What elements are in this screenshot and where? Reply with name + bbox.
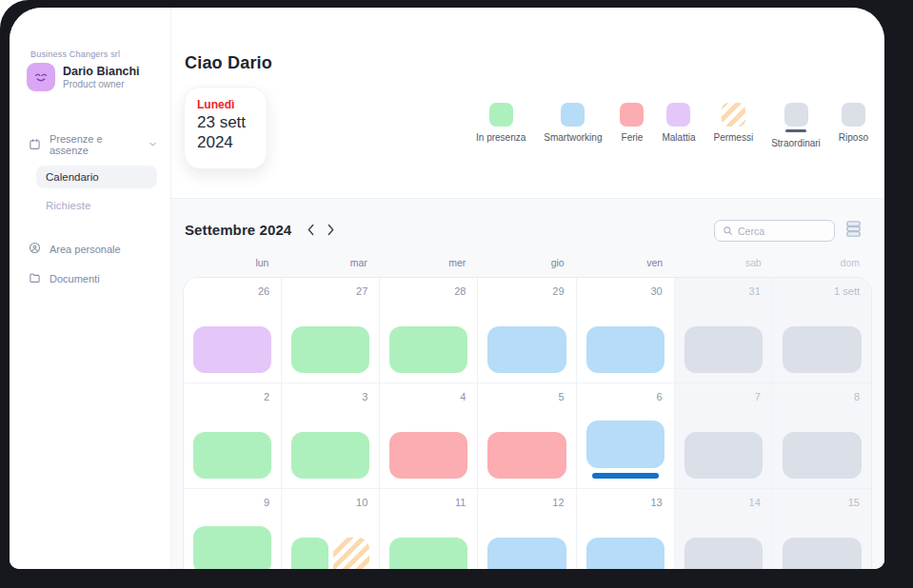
calendar-day-cell[interactable]: 5	[478, 383, 576, 489]
next-month-button[interactable]	[324, 223, 337, 238]
day-number: 26	[258, 285, 269, 297]
event-block-permessi[interactable]	[333, 538, 370, 569]
calendar-day-cell[interactable]: 26	[184, 278, 282, 383]
today-card: Lunedì 23 sett 2024	[184, 87, 268, 169]
user-role: Product owner	[63, 79, 140, 89]
calendar-day-cell[interactable]: 10	[282, 489, 380, 569]
day-number: 1 sett	[834, 285, 860, 297]
event-block-riposo[interactable]	[783, 538, 862, 569]
calendar-day-cell[interactable]: 27	[282, 278, 380, 383]
event-slot	[685, 538, 763, 569]
legend-item-riposo: Riposo	[839, 103, 868, 143]
calendar-day-cell[interactable]: 8	[773, 383, 871, 489]
event-block-presenza[interactable]	[389, 326, 467, 373]
calendar-day-cell[interactable]: 2	[184, 383, 282, 489]
calendar-day-cell[interactable]: 7	[675, 383, 773, 489]
event-block-presenza[interactable]	[389, 538, 467, 569]
event-block-smartworking[interactable]	[586, 326, 665, 373]
calendar-day-cell[interactable]: 15	[773, 489, 871, 569]
avatar	[27, 63, 55, 91]
legend-label: Permessi	[713, 132, 753, 143]
user-profile[interactable]: Dario Bianchi Product owner	[27, 63, 140, 91]
month-label: Settembre 2024	[185, 222, 291, 238]
calendar-day-cell[interactable]: 14	[675, 489, 773, 569]
event-block-ferie[interactable]	[389, 432, 467, 479]
calendar-day-cell[interactable]: 6	[577, 383, 675, 489]
presenza-chip	[489, 103, 513, 127]
legend: In presenzaSmartworkingFerieMalattiaPerm…	[476, 103, 868, 148]
split-events	[291, 538, 369, 569]
event-slot	[783, 538, 862, 569]
event-block-riposo[interactable]	[685, 432, 763, 479]
day-number: 11	[455, 497, 466, 508]
search-input[interactable]	[738, 225, 826, 237]
event-block-ferie[interactable]	[487, 432, 566, 479]
event-block-smartworking[interactable]	[487, 326, 566, 373]
event-slot	[193, 432, 271, 479]
event-slot	[685, 326, 763, 373]
event-block-smartworking[interactable]	[586, 421, 665, 468]
search-box[interactable]	[714, 220, 835, 242]
calendar-day-cell[interactable]: 31	[675, 278, 773, 383]
calendar-grid: 2627282930311 sett23456789101112131415	[183, 277, 872, 569]
legend-item-permessi: Permessi	[713, 103, 753, 143]
event-block-presenza[interactable]	[291, 538, 328, 569]
day-number: 14	[749, 497, 761, 508]
today-year: 2024	[197, 133, 254, 153]
sidebar-item-presenze-e-assenze[interactable]: Presenze e assenze	[10, 126, 170, 164]
event-block-riposo[interactable]	[783, 326, 862, 373]
calendar-day-cell[interactable]: 9	[184, 489, 282, 569]
day-number: 29	[552, 285, 564, 297]
riposo-chip	[842, 103, 865, 127]
sidebar-item-area-personale[interactable]: Area personale	[10, 234, 170, 264]
calendar-day-cell[interactable]: 11	[380, 489, 478, 569]
prev-month-button[interactable]	[304, 223, 317, 238]
calendar-day-cell[interactable]: 30	[577, 278, 675, 383]
event-slot	[193, 326, 271, 373]
calendar-day-cell[interactable]: 12	[478, 489, 576, 569]
calendar-day-cell[interactable]: 1 sett	[773, 278, 871, 383]
page-header: Ciao Dario Lunedì 23 sett 2024 In presen…	[171, 8, 884, 198]
event-slot	[487, 432, 566, 479]
event-block-smartworking[interactable]	[487, 538, 566, 569]
app-window: Business Changers srl Dario Bianchi Prod…	[10, 8, 884, 569]
greeting: Ciao Dario	[185, 53, 272, 73]
legend-label: Ferie	[622, 132, 644, 143]
ferie-chip	[620, 103, 644, 127]
event-block-presenza[interactable]	[193, 432, 271, 479]
sidebar-item-richieste[interactable]: Richieste	[36, 194, 157, 217]
calendar-day-cell[interactable]: 3	[282, 383, 380, 489]
calendar-day-cell[interactable]: 28	[380, 278, 478, 383]
event-block-riposo[interactable]	[685, 538, 763, 569]
sidebar-item-calendario[interactable]: Calendario	[36, 166, 157, 188]
day-number: 10	[356, 497, 367, 508]
calendar-icon	[29, 138, 41, 152]
weekday-header-dom: dom	[774, 257, 872, 268]
event-block-riposo[interactable]	[685, 326, 763, 373]
event-block-malattia[interactable]	[193, 326, 271, 373]
weekday-header-gio: gio	[478, 257, 576, 268]
event-slot	[291, 326, 369, 373]
calendar-day-cell[interactable]: 29	[478, 278, 576, 383]
malattia-chip	[666, 103, 690, 127]
day-number: 5	[558, 391, 564, 402]
day-number: 15	[848, 497, 860, 508]
day-number: 7	[755, 391, 761, 402]
calendar-day-cell[interactable]: 4	[380, 383, 478, 489]
event-slot	[389, 326, 467, 373]
weekday-header-sab: sab	[675, 257, 773, 268]
event-slot	[487, 538, 566, 569]
event-slot	[389, 432, 467, 479]
legend-item-smartworking: Smartworking	[544, 103, 602, 143]
event-block-smartworking[interactable]	[586, 538, 665, 569]
event-block-presenza[interactable]	[193, 526, 271, 569]
event-slot	[193, 526, 271, 569]
event-block-presenza[interactable]	[291, 326, 369, 373]
event-slot	[291, 538, 369, 569]
event-block-riposo[interactable]	[783, 432, 862, 479]
calendar-day-cell[interactable]: 13	[577, 489, 675, 569]
list-view-icon[interactable]	[845, 220, 862, 242]
sidebar-item-label: Area personale	[50, 244, 157, 255]
event-block-presenza[interactable]	[291, 432, 369, 479]
sidebar-item-documenti[interactable]: Documenti	[10, 264, 170, 293]
